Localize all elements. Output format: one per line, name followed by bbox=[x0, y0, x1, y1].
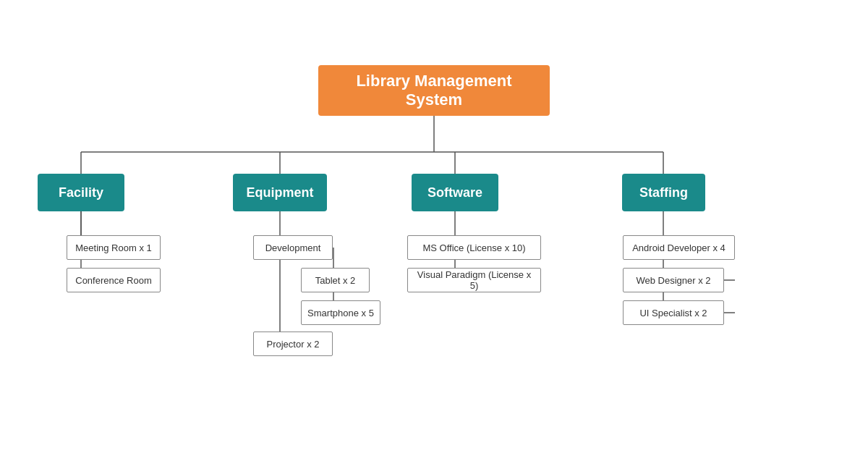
staffing-label: Staffing bbox=[639, 185, 688, 200]
root-node: Library Management System bbox=[318, 65, 550, 116]
conference-room-node: Conference Room bbox=[67, 268, 161, 292]
smartphone-node: Smartphone x 5 bbox=[301, 300, 380, 325]
uispecialist-node: UI Specialist x 2 bbox=[623, 300, 724, 325]
projector-label: Projector x 2 bbox=[267, 339, 320, 350]
meeting-room-label: Meeting Room x 1 bbox=[75, 242, 152, 253]
webdesigner-label: Web Designer x 2 bbox=[636, 275, 710, 286]
diagram: Library Management System Facility Equip… bbox=[0, 0, 868, 456]
vparadigm-label: Visual Paradigm (License x 5) bbox=[414, 269, 535, 291]
android-node: Android Developer x 4 bbox=[623, 235, 735, 260]
software-label: Software bbox=[427, 185, 482, 200]
android-label: Android Developer x 4 bbox=[632, 242, 726, 253]
tablet-label: Tablet x 2 bbox=[315, 275, 356, 286]
smartphone-label: Smartphone x 5 bbox=[307, 308, 374, 318]
facility-node: Facility bbox=[38, 174, 124, 211]
vparadigm-node: Visual Paradigm (License x 5) bbox=[407, 268, 541, 292]
equipment-label: Equipment bbox=[247, 185, 314, 200]
tablet-node: Tablet x 2 bbox=[301, 268, 370, 292]
root-label: Library Management System bbox=[333, 72, 535, 109]
msoffice-label: MS Office (License x 10) bbox=[422, 242, 525, 253]
projector-node: Projector x 2 bbox=[253, 332, 333, 356]
software-node: Software bbox=[412, 174, 498, 211]
conference-room-label: Conference Room bbox=[75, 275, 152, 286]
uispecialist-label: UI Specialist x 2 bbox=[639, 308, 707, 318]
equipment-node: Equipment bbox=[233, 174, 327, 211]
meeting-room-node: Meeting Room x 1 bbox=[67, 235, 161, 260]
development-node: Development bbox=[253, 235, 333, 260]
staffing-node: Staffing bbox=[622, 174, 705, 211]
webdesigner-node: Web Designer x 2 bbox=[623, 268, 724, 292]
msoffice-node: MS Office (License x 10) bbox=[407, 235, 541, 260]
development-label: Development bbox=[265, 242, 321, 253]
facility-label: Facility bbox=[59, 185, 103, 200]
